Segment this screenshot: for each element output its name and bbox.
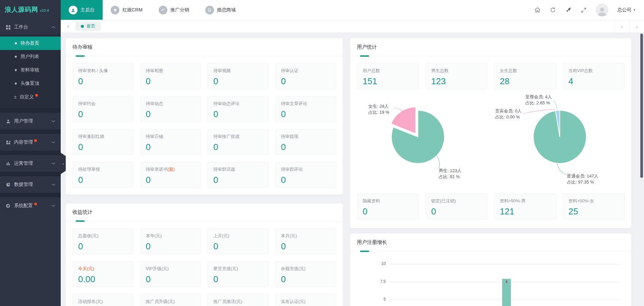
pie-icon (5, 182, 11, 187)
user-stats-top-grid: 用户总数151男生总数123女生总数28当前VIP总数4 (357, 63, 625, 89)
tabs-scroll-left-icon[interactable]: ‹ (61, 23, 75, 30)
stat-value: 0 (146, 76, 196, 87)
account-menu[interactable]: 总公司 ▾ (617, 7, 635, 13)
sidebar-groups: 用户管理内容管理运营管理数据管理系统配置 (0, 108, 61, 214)
tab-active-dot (81, 25, 84, 28)
card-title: 待办审核 (72, 44, 93, 50)
trend-icon (159, 6, 167, 14)
stat-label: 上月(元) (213, 233, 263, 239)
sidebar-item-label: 资料审核 (20, 67, 39, 73)
bullet-icon (15, 83, 17, 85)
nav-tab-label: 红娘CRM (122, 7, 143, 13)
stat-label: 待审资料 / 头像 (78, 68, 128, 74)
notification-dot (34, 139, 37, 142)
user-stats-card: 用户统计 用户总数151男生总数123女生总数28当前VIP总数4 女生: 28… (350, 38, 631, 228)
stat-card: 活动报名(元) (72, 294, 133, 306)
nav-tab-4[interactable]: 婚恋商城 (197, 0, 244, 20)
pin-top-icon: ± (14, 94, 17, 100)
sidebar-divider (0, 172, 61, 176)
stat-card: 待审约会0 (72, 96, 133, 122)
stat-label: 当前VIP总数 (569, 68, 619, 74)
stat-label: 总盈收(元) (78, 233, 128, 239)
stat-label: 实名认证(元) (281, 299, 331, 305)
pie-label-女生: 女生: 28人占比: 19 % (368, 103, 389, 115)
sidebar-group-5[interactable]: 系统配置 (0, 197, 61, 214)
stat-value: 0 (363, 206, 413, 217)
sidebar-collapse-handle[interactable]: ‹ (61, 153, 66, 174)
stat-label: 锁定(已注销) (431, 198, 482, 204)
stat-card: 待审认证0 (275, 63, 336, 89)
card-title: 用户统计 (357, 44, 377, 50)
sidebar-group-1[interactable]: 用户管理 (0, 113, 61, 130)
stat-card: 今天(元)0.00 (72, 261, 133, 287)
stat-card: 资料>50%-男121 (494, 193, 556, 219)
fullscreen-icon[interactable] (580, 7, 587, 13)
nav-tab-1[interactable]: 主后台 (61, 0, 103, 20)
stat-card: 待处理举报0 (72, 162, 133, 188)
notification-dot (35, 94, 38, 97)
sidebar-group-2[interactable]: 内容管理 (0, 134, 61, 151)
stat-card: 待审动态评论0 (208, 96, 269, 122)
stat-card: 待审动态0 (140, 96, 201, 122)
leader-line (557, 163, 566, 174)
sidebar-group-3[interactable]: 运营管理 (0, 155, 61, 172)
nav-tab-2[interactable]: 红娘CRM (103, 0, 151, 20)
sidebar-item-label: 头像置顶 (20, 81, 39, 87)
stat-label: 本年(元) (146, 233, 196, 239)
sidebar-group-label: 运营管理 (14, 160, 51, 166)
chevron-down-icon (51, 120, 55, 122)
stat-label: VIP升级(元) (146, 266, 196, 272)
stat-value: 0 (78, 142, 128, 152)
stat-label: 女生总数 (500, 68, 550, 74)
stat-card: 本年(元)0 (140, 228, 201, 254)
theme-brush-icon[interactable] (565, 7, 572, 13)
tabs-menu-icon[interactable]: ⌄ (629, 20, 644, 33)
stat-value: 0 (146, 109, 196, 119)
stat-value: 0 (213, 274, 263, 285)
caret-down-icon: ▾ (633, 8, 635, 12)
stat-card: VIP升级(元)0 (140, 261, 201, 287)
stat-label-suffix: (新) (168, 167, 175, 172)
stat-card: 待审群话题0 (208, 162, 269, 188)
chevron-down-icon (51, 141, 55, 144)
chevron-down-icon (51, 204, 55, 207)
sidebar-group-workspace[interactable]: 工作台 (0, 20, 61, 35)
nav-tab-3[interactable]: 推广分销 (151, 0, 197, 20)
sidebar-item-1[interactable]: 待办首页 (0, 37, 61, 50)
stat-label: 待审相册 (146, 68, 196, 74)
tab-home[interactable]: 首页 (75, 21, 101, 31)
stat-value: 123 (431, 76, 482, 87)
scrollbar-thumb[interactable] (640, 34, 643, 178)
tab-home-label: 首页 (87, 23, 95, 29)
notification-dot (34, 203, 37, 205)
y-tick-5: 5 (367, 297, 386, 302)
avatar[interactable] (596, 4, 608, 16)
stat-card: 待审相册0 (140, 63, 201, 89)
heart-icon (111, 6, 119, 14)
sidebar-item-label: 用户列表 (20, 54, 39, 60)
home-icon[interactable] (534, 7, 541, 13)
sidebar-group-4[interactable]: 数据管理 (0, 176, 61, 193)
pending-review-card: 待办审核 待审资料 / 头像0待审相册0待审视频0待审认证0待审约会0待审动态0… (66, 38, 343, 195)
tabs-scroll-right-icon[interactable]: › (614, 20, 629, 33)
card-title: 收益统计 (72, 209, 93, 215)
stat-label: 待审提现 (281, 134, 331, 140)
refresh-icon[interactable] (549, 7, 556, 13)
chevron-down-icon (51, 162, 55, 165)
sidebar-divider (0, 193, 61, 197)
sidebar-item-5[interactable]: ±自定义 (0, 90, 61, 104)
stat-label: 本月(元) (281, 233, 331, 239)
stat-card: 待审资料 / 头像0 (72, 63, 133, 89)
stat-label: 待处理举报 (78, 166, 128, 172)
stat-value: 0 (213, 241, 263, 252)
sidebar-item-4[interactable]: 头像置顶 (0, 77, 61, 90)
stat-card: 待审推广提成0 (208, 129, 269, 155)
stat-card: 待审群评论0 (275, 162, 336, 188)
sidebar-item-2[interactable]: 用户列表 (0, 50, 61, 63)
revenue-stats-card: 收益统计 总盈收(元)0本年(元)0上月(元)0本月(元)0今天(元)0.00V… (66, 203, 343, 306)
stat-card: 余额充值(元)0 (275, 261, 336, 287)
sidebar-item-3[interactable]: 资料审核 (0, 63, 61, 77)
stat-card: 女生总数28 (494, 63, 556, 89)
sidebar-submenu: 待办首页用户列表资料审核头像置顶±自定义 (0, 35, 61, 108)
member-pie-chart: 至尊会员: 4人占比: 2.65 %贵宾会员: 0人占比: 0.00 %普通会员… (491, 89, 625, 193)
